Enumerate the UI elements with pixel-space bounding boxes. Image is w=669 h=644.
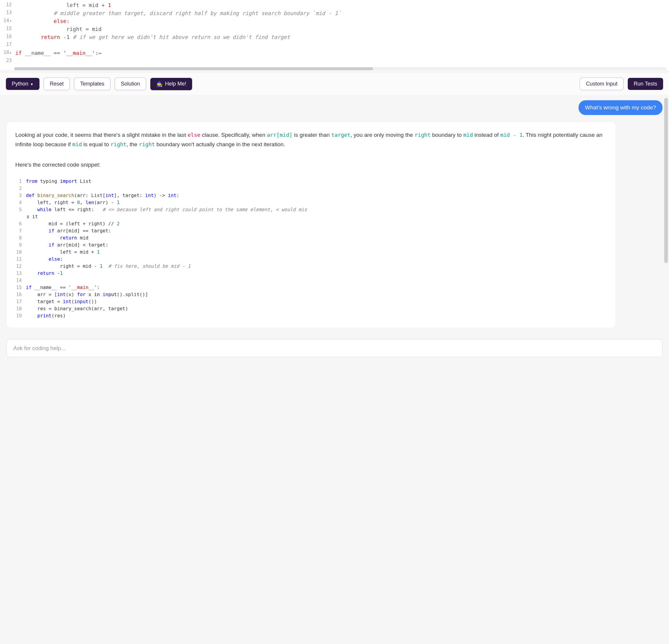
line-number: 12 xyxy=(1,1,12,9)
chat-panel: What's wrong with my code? Looking at yo… xyxy=(0,95,669,327)
fold-marker-down-icon[interactable]: ▾ xyxy=(10,19,12,23)
code-snippet: 1from typing import List 2 3def binary_s… xyxy=(15,178,607,319)
snippet-line-number: 1 xyxy=(15,178,26,185)
snippet-intro: Here's the corrected code snippet: xyxy=(15,160,607,170)
run-tests-button[interactable]: Run Tests xyxy=(628,78,663,90)
vertical-scrollbar[interactable] xyxy=(664,98,668,263)
horizontal-scrollbar[interactable] xyxy=(14,67,667,70)
user-message-bubble: What's wrong with my code? xyxy=(579,100,663,115)
language-dropdown[interactable]: Python▼ xyxy=(6,78,40,90)
chat-input-row xyxy=(0,327,669,364)
line-number: 23 xyxy=(1,57,12,65)
fold-indicator-icon[interactable]: ↔ xyxy=(98,50,102,56)
editor-gutter: 12 13 14▾ 15 16 17 18▸ 23 xyxy=(0,0,14,66)
line-number: 16 xyxy=(1,33,12,41)
custom-input-button[interactable]: Custom Input xyxy=(580,78,624,90)
assistant-explanation: Looking at your code, it seems that ther… xyxy=(15,130,607,150)
user-message: What's wrong with my code? xyxy=(6,100,663,115)
line-number: 15 xyxy=(1,25,12,33)
chat-input[interactable] xyxy=(6,339,663,357)
code-editor-area: 12 13 14▾ 15 16 17 18▸ 23 left = mid + 1… xyxy=(0,0,669,70)
solution-button[interactable]: Solution xyxy=(115,78,146,90)
assistant-message: Looking at your code, it seems that ther… xyxy=(6,122,615,327)
chevron-down-icon: ▼ xyxy=(30,82,33,86)
editor-toolbar: Python▼ Reset Templates Solution 🧙Help M… xyxy=(0,72,669,95)
line-number: 13 xyxy=(1,9,12,17)
reset-button[interactable]: Reset xyxy=(44,78,70,90)
line-number: 14▾ xyxy=(1,17,12,25)
scrollbar-thumb[interactable] xyxy=(14,67,373,70)
fold-marker-right-icon[interactable]: ▸ xyxy=(10,51,12,55)
line-number: 18▸ xyxy=(1,49,12,57)
editor-code[interactable]: left = mid + 1 # middle greater than tar… xyxy=(14,0,669,66)
help-me-button[interactable]: 🧙Help Me! xyxy=(150,78,192,90)
code-editor[interactable]: 12 13 14▾ 15 16 17 18▸ 23 left = mid + 1… xyxy=(0,0,669,66)
templates-button[interactable]: Templates xyxy=(74,78,111,90)
wizard-icon: 🧙 xyxy=(156,81,163,87)
line-number: 17 xyxy=(1,41,12,49)
